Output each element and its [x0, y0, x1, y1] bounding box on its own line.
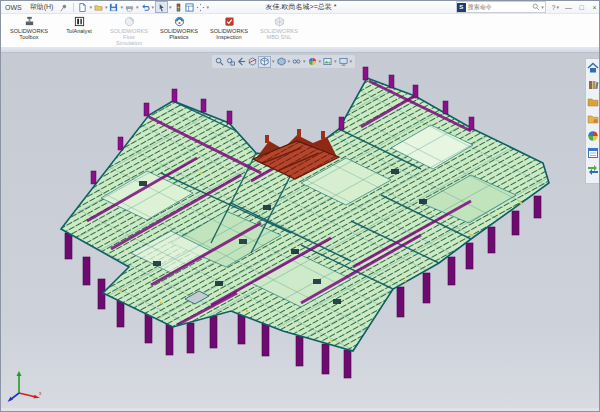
zoom-to-fit-button[interactable] [214, 56, 225, 68]
heads-up-view-toolbar: ▾ ▾ ▾ ▾ ▾ ▾ [212, 55, 355, 68]
addin-toolbox-button[interactable]: SOLIDWORKS Toolbox [4, 14, 54, 47]
addin-plastics-button[interactable]: SOLIDWORKS Plastics [154, 14, 204, 47]
model-3d-view[interactable] [1, 53, 600, 412]
close-button[interactable]: × [588, 1, 600, 13]
view-settings-button[interactable] [338, 56, 349, 68]
command-search[interactable]: S ▾ [456, 1, 546, 13]
options-gear-button[interactable] [195, 1, 206, 13]
view-orientation-button[interactable] [258, 56, 271, 68]
reference-triad: x [5, 367, 45, 403]
undo-button[interactable] [140, 1, 151, 13]
solidworks-resources-home-icon[interactable] [587, 62, 599, 74]
custom-properties-icon[interactable] [587, 147, 599, 159]
viewport-bottom-strip [1, 408, 600, 412]
addin-inspection-button[interactable]: SOLIDWORKS Inspection [204, 14, 254, 47]
new-document-button[interactable] [77, 1, 88, 13]
help-button[interactable]: ?▾ [550, 4, 562, 11]
previous-view-button[interactable] [236, 56, 247, 68]
menu-solidworks-partial[interactable]: OWS [1, 4, 26, 11]
file-properties-button[interactable] [184, 1, 195, 13]
hide-show-items-button[interactable] [291, 56, 302, 68]
view-palette-icon[interactable] [587, 113, 599, 125]
menu-help[interactable]: 帮助(H) [26, 2, 58, 12]
open-button[interactable] [93, 1, 104, 13]
save-button[interactable] [108, 1, 119, 13]
search-input[interactable] [466, 3, 532, 12]
command-manager: SOLIDWORKS Toolbox TolAnalyst SOLIDWORKS… [1, 14, 600, 47]
file-explorer-icon[interactable] [587, 96, 599, 108]
graphics-viewport[interactable]: ▾ ▾ ▾ ▾ ▾ ▾ x [1, 53, 600, 412]
title-bar: OWS 帮助(H) ▾ ▾ ▾ ▾ ▾ ▾ ▾ 友佳.欧尚名城>=总装 * S … [1, 1, 600, 14]
pin-menu-icon[interactable] [59, 3, 68, 12]
rebuild-traffic-light-button[interactable] [173, 1, 184, 13]
print-button[interactable] [124, 1, 135, 13]
toolbox-icon [24, 16, 35, 27]
solidworks-search-logo-icon: S [457, 3, 466, 12]
minimize-button[interactable]: — [562, 1, 575, 13]
addin-tolanalyst-button[interactable]: TolAnalyst [54, 14, 104, 47]
flow-simulation-icon [124, 16, 135, 27]
plastics-icon [174, 16, 185, 27]
appearances-scenes-decals-icon[interactable] [587, 130, 599, 142]
apply-scene-button[interactable] [322, 56, 333, 68]
edit-appearance-button[interactable] [307, 56, 318, 68]
design-library-icon[interactable] [587, 79, 599, 91]
display-style-button[interactable] [276, 56, 287, 68]
addin-flow-simulation-button[interactable]: SOLIDWORKS Flow Simulation [104, 14, 154, 47]
select-cursor-button[interactable] [155, 1, 168, 13]
addin-mbd-snl-button[interactable]: SOLIDWORKS MBD SNL [254, 14, 304, 47]
zoom-to-area-button[interactable] [225, 56, 236, 68]
separator [73, 3, 74, 12]
section-view-button[interactable] [247, 56, 258, 68]
mbd-snl-icon [274, 16, 285, 27]
tolanalyst-icon [74, 16, 85, 27]
inspection-icon [224, 16, 235, 27]
solidworks-forum-icon[interactable] [587, 164, 599, 176]
search-icon[interactable] [532, 3, 540, 11]
task-pane-bar [585, 58, 600, 184]
x-axis-label: x [39, 390, 42, 396]
maximize-button[interactable]: □ [575, 1, 588, 13]
